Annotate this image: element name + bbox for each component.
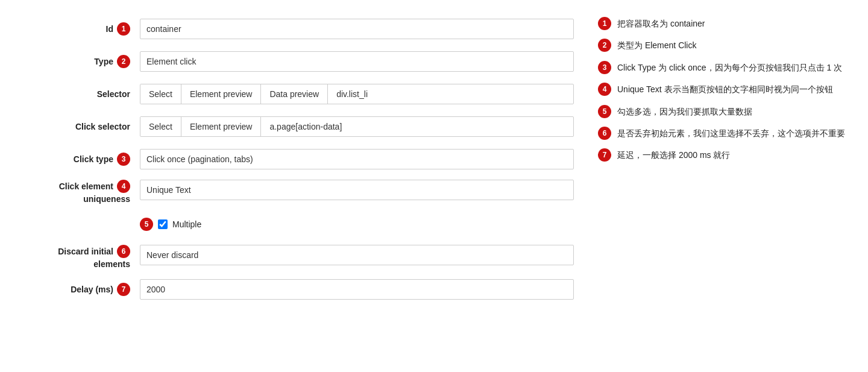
discard-badge: 6: [117, 245, 130, 258]
type-input[interactable]: [140, 51, 574, 72]
click-element-label2: uniqueness: [83, 194, 130, 204]
discard-label2: elements: [93, 259, 130, 269]
note-text-5: 是否丢弃初始元素，我们这里选择不丢弃，这个选项并不重要: [617, 127, 845, 140]
note-badge-5: 6: [598, 127, 611, 140]
note-badge-3: 4: [598, 83, 611, 96]
selector-tab-element-preview1[interactable]: Element preview: [181, 84, 262, 104]
click-element-label-col: Click element 4 uniqueness: [19, 180, 140, 204]
id-badge: 1: [117, 22, 130, 36]
delay-badge: 7: [117, 283, 130, 296]
click-type-input[interactable]: [140, 149, 574, 169]
note-item: 4 Unique Text 表示当翻页按钮的文字相同时视为同一个按钮: [598, 83, 849, 96]
note-text-2: Click Type 为 click once，因为每个分页按钮我们只点击 1 …: [617, 61, 842, 74]
selector-field-col: Select Element preview Data preview div.…: [140, 84, 574, 104]
discard-label-col: Discard initial 6 elements: [19, 245, 140, 269]
multiple-row: 5 Multiple: [19, 210, 574, 239]
id-row: Id 1: [19, 14, 574, 43]
click-element-row: Click element 4 uniqueness: [19, 177, 574, 206]
selector-label: Selector: [97, 89, 130, 99]
multiple-label: Multiple: [172, 219, 201, 229]
note-badge-2: 3: [598, 61, 611, 74]
type-badge: 2: [117, 55, 130, 68]
click-type-row: Click type 3: [19, 145, 574, 174]
selector-label-col: Selector: [19, 89, 140, 99]
delay-input[interactable]: [140, 279, 574, 300]
note-item: 3 Click Type 为 click once，因为每个分页按钮我们只点击 …: [598, 61, 849, 74]
note-item: 7 延迟，一般选择 2000 ms 就行: [598, 148, 849, 162]
note-item: 5 勾选多选，因为我们要抓取大量数据: [598, 105, 849, 118]
click-element-field-col: [140, 180, 574, 200]
type-row: Type 2: [19, 47, 574, 76]
note-item: 1 把容器取名为 container: [598, 17, 849, 30]
id-label: Id: [106, 24, 113, 34]
selector-tabs1: Select Element preview Data preview div.…: [140, 84, 574, 104]
click-element-label1: Click element: [59, 181, 113, 191]
id-input[interactable]: [140, 19, 574, 39]
selector-tab-select1[interactable]: Select: [140, 84, 181, 104]
id-field-col: [140, 19, 574, 39]
click-element-input[interactable]: [140, 180, 574, 200]
selector-tab-select2[interactable]: Select: [140, 117, 181, 136]
discard-label1: Discard initial: [58, 247, 113, 256]
click-type-label: Click type: [74, 154, 113, 164]
click-selector-label-col: Click selector: [19, 122, 140, 131]
note-text-4: 勾选多选，因为我们要抓取大量数据: [617, 105, 752, 118]
multiple-badge: 5: [140, 218, 153, 231]
selector-tab-divlistli[interactable]: div.list_li: [328, 84, 376, 104]
form-section: Id 1 Type 2 Selector Select: [19, 14, 574, 307]
selector-tab-data-preview[interactable]: Data preview: [261, 84, 328, 104]
type-label-col: Type 2: [19, 55, 140, 68]
selector-tab-apageactiondata[interactable]: a.page[action-data]: [261, 117, 350, 136]
click-element-badge: 4: [117, 180, 130, 193]
id-label-col: Id 1: [19, 22, 140, 36]
selector-tab-element-preview2[interactable]: Element preview: [181, 117, 262, 136]
type-field-col: [140, 51, 574, 72]
discard-row: Discard initial 6 elements: [19, 242, 574, 271]
notes-section: 1 把容器取名为 container 2 类型为 Element Click 3…: [598, 14, 849, 307]
note-badge-6: 7: [598, 148, 611, 162]
note-badge-4: 5: [598, 105, 611, 118]
selector-tabs2: Select Element preview a.page[action-dat…: [140, 116, 574, 137]
click-selector-field-col: Select Element preview a.page[action-dat…: [140, 116, 574, 137]
note-badge-1: 2: [598, 39, 611, 52]
note-badge-0: 1: [598, 17, 611, 30]
delay-field-col: [140, 279, 574, 300]
note-text-6: 延迟，一般选择 2000 ms 就行: [617, 148, 730, 162]
click-selector-label: Click selector: [75, 122, 130, 131]
multiple-field-col: 5 Multiple: [140, 213, 574, 236]
discard-field-col: [140, 245, 574, 265]
click-type-badge: 3: [117, 153, 130, 166]
delay-label: Delay (ms): [71, 285, 113, 294]
note-text-0: 把容器取名为 container: [617, 17, 705, 30]
click-selector-row: Click selector Select Element preview a.…: [19, 112, 574, 141]
click-type-field-col: [140, 149, 574, 169]
click-type-label-col: Click type 3: [19, 153, 140, 166]
note-item: 6 是否丢弃初始元素，我们这里选择不丢弃，这个选项并不重要: [598, 127, 849, 140]
type-label: Type: [94, 57, 113, 66]
multiple-checkbox-row: 5 Multiple: [140, 213, 574, 236]
discard-input[interactable]: [140, 245, 574, 265]
delay-label-col: Delay (ms) 7: [19, 283, 140, 296]
delay-row: Delay (ms) 7: [19, 275, 574, 304]
note-text-1: 类型为 Element Click: [617, 39, 696, 52]
multiple-checkbox[interactable]: [158, 219, 168, 229]
selector-row: Selector Select Element preview Data pre…: [19, 80, 574, 109]
note-text-3: Unique Text 表示当翻页按钮的文字相同时视为同一个按钮: [617, 83, 833, 96]
note-item: 2 类型为 Element Click: [598, 39, 849, 52]
